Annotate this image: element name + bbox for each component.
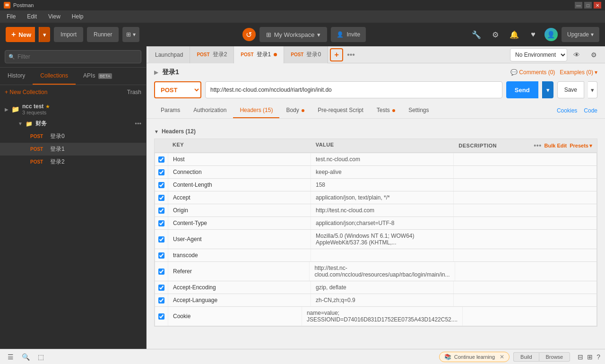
row-value-2: 158: [311, 179, 454, 191]
collection-item-ncc[interactable]: ▶ 📁 ncc test ★ 3 requests: [0, 99, 146, 117]
row-checkbox-4[interactable]: [158, 208, 164, 214]
tab-denglu0[interactable]: POST 登录0: [284, 46, 328, 63]
settings-icon[interactable]: ⚙: [488, 27, 503, 42]
row-value-6: Mozilla/5.0 (Windows NT 6.1; WOW64) Appl…: [311, 230, 454, 249]
nav-tab-params[interactable]: Params: [154, 103, 187, 118]
continue-learning-banner[interactable]: 📚 Continue learning ✕: [439, 352, 510, 362]
row-checkbox-2[interactable]: [158, 182, 164, 188]
nav-tab-headers[interactable]: Headers (15): [233, 103, 279, 118]
folder-menu-icon[interactable]: •••: [135, 120, 141, 127]
build-button[interactable]: Build: [513, 352, 538, 362]
comments-button[interactable]: 💬 Comments (0): [510, 69, 555, 76]
new-collection-button[interactable]: + New Collection: [5, 89, 47, 95]
send-dropdown-button[interactable]: ▾: [542, 81, 553, 98]
request-item-denglu1[interactable]: POST 登录1: [0, 143, 146, 156]
trash-button[interactable]: Trash: [127, 89, 141, 95]
tab-denglu2[interactable]: POST 登录2: [190, 46, 234, 63]
header-row-2: Content-Length 158: [155, 178, 597, 191]
sidebar-tabs: History Collections APIs BETA: [0, 68, 146, 85]
header-row-11: Cookie name=value; JSESSIONID=D74016D831…: [155, 306, 597, 326]
title-bar: ✉ Postman — □ ✕: [0, 0, 605, 10]
row-key-5: Content-Type: [168, 217, 311, 229]
invite-button[interactable]: 👤 Invite: [331, 27, 366, 42]
menu-edit[interactable]: Edit: [25, 12, 39, 21]
menu-view[interactable]: View: [46, 12, 62, 21]
avatar[interactable]: 👤: [544, 28, 558, 41]
presets-button[interactable]: Presets ▾: [570, 143, 592, 149]
url-bar: POST GET PUT DELETE Send ▾ Save ▾: [154, 81, 597, 98]
proxy-button[interactable]: ⊞ ▾: [122, 27, 139, 42]
bulk-edit-button[interactable]: Bulk Edit: [544, 143, 567, 148]
menu-file[interactable]: File: [5, 12, 17, 21]
row-checkbox-9[interactable]: [158, 285, 164, 291]
new-button[interactable]: + New: [6, 27, 35, 42]
method-select[interactable]: POST GET PUT DELETE: [154, 81, 201, 98]
continue-close-icon[interactable]: ✕: [500, 354, 504, 360]
workspace-button[interactable]: ⊞ My Workspace ▾: [259, 27, 328, 42]
minimize-button[interactable]: —: [575, 2, 582, 9]
runner-button[interactable]: Runner: [87, 27, 119, 42]
menu-help[interactable]: Help: [70, 12, 86, 21]
help-icon[interactable]: ?: [596, 353, 600, 361]
request-item-denglu0[interactable]: POST 登录0: [0, 130, 146, 143]
nav-tab-prerequest[interactable]: Pre-request Script: [311, 103, 370, 118]
heart-icon[interactable]: ♥: [526, 27, 541, 42]
notification-icon[interactable]: 🔧: [469, 27, 484, 42]
add-tab-button[interactable]: +: [330, 48, 343, 61]
row-checkbox-10[interactable]: [158, 297, 164, 303]
environment-select[interactable]: No Environment: [510, 48, 567, 61]
close-button[interactable]: ✕: [594, 2, 601, 9]
row-checkbox-5[interactable]: [158, 220, 164, 226]
maximize-button[interactable]: □: [584, 2, 592, 9]
row-checkbox-7[interactable]: [158, 252, 164, 259]
row-checkbox-6[interactable]: [158, 236, 164, 243]
nav-tab-settings[interactable]: Settings: [402, 103, 435, 118]
new-dropdown-arrow[interactable]: ▾: [39, 27, 50, 42]
tab-denglu1[interactable]: POST 登录1: [234, 46, 284, 63]
row-checkbox-1[interactable]: [158, 169, 164, 175]
collection-folder-icon: 📁: [11, 105, 19, 113]
row-checkbox-3[interactable]: [158, 195, 164, 201]
environment-settings-icon[interactable]: ⚙: [586, 47, 601, 62]
three-dots-icon[interactable]: •••: [534, 142, 541, 149]
import-button[interactable]: Import: [54, 27, 83, 42]
search-input[interactable]: [5, 50, 141, 63]
upgrade-button[interactable]: Upgrade ▾: [562, 27, 599, 42]
headers-toggle[interactable]: ▼ Headers (12): [154, 128, 597, 135]
url-input[interactable]: [205, 81, 502, 98]
row-checkbox-8[interactable]: [158, 269, 164, 275]
code-link[interactable]: Code: [584, 107, 597, 114]
nav-tab-body[interactable]: Body: [279, 103, 311, 118]
grid-icon-2[interactable]: ⊞: [587, 353, 593, 361]
sidebar-toggle-button[interactable]: ☰: [5, 351, 16, 363]
sidebar-tab-collections[interactable]: Collections: [33, 68, 76, 85]
row-desc-11: [463, 307, 596, 326]
more-tabs-button[interactable]: •••: [345, 51, 357, 59]
nav-tab-authorization[interactable]: Authorization: [187, 103, 233, 118]
environment-eye-icon[interactable]: 👁: [569, 47, 584, 62]
examples-button[interactable]: Examples (0) ▾: [560, 69, 597, 76]
row-checkbox-11[interactable]: [158, 313, 164, 320]
tab-launchpad[interactable]: Launchpad: [148, 46, 190, 63]
nav-tab-tests[interactable]: Tests: [370, 103, 402, 118]
sidebar-tab-apis[interactable]: APIs BETA: [76, 68, 120, 85]
sidebar-tab-history[interactable]: History: [0, 68, 33, 85]
search-bottom-button[interactable]: 🔍: [20, 351, 31, 363]
header-row-5: Content-Type application/json;charset=UT…: [155, 217, 597, 229]
save-button[interactable]: Save: [557, 81, 584, 98]
row-checkbox-0[interactable]: [158, 156, 164, 163]
send-button[interactable]: Send: [506, 81, 538, 98]
save-dropdown-button[interactable]: ▾: [588, 81, 597, 98]
cookies-link[interactable]: Cookies: [557, 107, 577, 114]
request-name: 登录1: [50, 145, 65, 153]
browse-button[interactable]: Browse: [539, 352, 570, 362]
request-item-denglu2[interactable]: POST 登录2: [0, 156, 146, 168]
folder-caiwu[interactable]: ▼ 📁 财务 •••: [0, 117, 146, 130]
sync-button[interactable]: ↺: [242, 28, 256, 41]
console-button[interactable]: ⬚: [35, 351, 46, 363]
request-name: 登录2: [50, 158, 65, 166]
row-key-7: transcode: [168, 249, 311, 261]
row-value-3: application/json, text/plain, */*: [311, 191, 454, 204]
bell-icon[interactable]: 🔔: [507, 27, 522, 42]
grid-icon-1[interactable]: ⊟: [578, 353, 583, 361]
